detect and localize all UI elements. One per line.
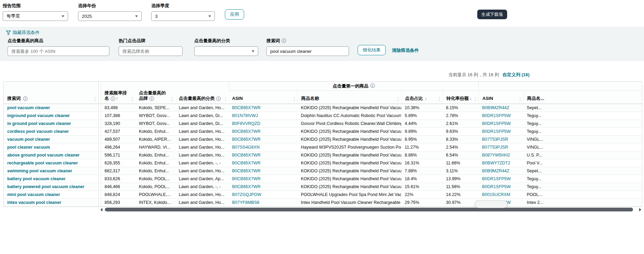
brand-search-input[interactable]	[119, 46, 183, 56]
search-term-link[interactable]: battery pool vacuum cleaner	[4, 175, 98, 183]
search-term-link[interactable]: rechargeable pool vacuum cleaner	[4, 159, 98, 167]
asin-2-link[interactable]: B0DR1SFP5W	[479, 183, 523, 190]
sort-icon[interactable]: ↓	[470, 96, 472, 101]
column-label: 转化率份额↓	[446, 96, 472, 101]
apply-button[interactable]: 应用	[225, 9, 244, 20]
column-header-rank[interactable]: 搜索频率排名↑ ⋮	[101, 82, 135, 104]
asin-2-link[interactable]: B0DR1SFP5W	[479, 120, 523, 127]
asin-link[interactable]: B0F8VVRQZD	[229, 120, 297, 127]
floating-scroll-handle[interactable]	[474, 200, 508, 208]
search-term-link[interactable]: vacuum pool cleaner	[4, 136, 98, 143]
column-menu-icon[interactable]: ⋮	[473, 96, 478, 101]
asin-2-link[interactable]: B0DR1SFP5W	[479, 128, 523, 135]
asin-2-link[interactable]: B07T53PJSR	[479, 143, 523, 151]
conversion-share-cell: 2.78%	[443, 112, 479, 119]
column-header-product-name-2[interactable]: 商品名...	[523, 91, 642, 104]
column-menu-icon[interactable]: ⋮	[93, 96, 98, 101]
info-icon[interactable]	[216, 96, 221, 101]
sort-icon[interactable]: ↓	[425, 96, 427, 101]
table-row: cordless pool vacuum cleaner 427,537 Kok…	[4, 128, 642, 136]
generate-download-button[interactable]: 生成下载项	[477, 10, 507, 19]
asin-2-link[interactable]: B07T53PJSR	[479, 136, 523, 143]
info-icon[interactable]	[111, 96, 115, 101]
search-term-link[interactable]: pool vacuum cleaner	[4, 104, 98, 112]
column-menu-icon[interactable]: ⋮	[223, 96, 228, 101]
column-header-click-share[interactable]: 点击占比 ↓ ⋮	[401, 91, 443, 104]
search-term-link[interactable]: battery powered pool vacuum cleaner	[4, 183, 98, 190]
customize-columns-link[interactable]: 自定义列 (16)	[502, 72, 530, 78]
asin-link[interactable]: B0CB65X7WR	[229, 183, 297, 190]
search-term-link[interactable]: mini pool vacuum cleaner	[4, 191, 98, 198]
search-term-link[interactable]: swimming pool vacuum cleaner	[4, 167, 98, 175]
info-icon[interactable]	[150, 96, 154, 101]
search-term-link[interactable]: above ground pool vacuum cleaner	[4, 151, 98, 159]
scroll-right-arrow-icon[interactable]	[639, 208, 641, 211]
conversion-share-cell: 8.33%	[443, 136, 479, 143]
asin-link[interactable]: B0CB65X7WR	[229, 128, 297, 135]
searchterm-input[interactable]	[266, 46, 349, 56]
column-menu-icon[interactable]: ⋮	[170, 96, 175, 101]
clear-filters-link[interactable]: 清除筛选条件	[392, 47, 419, 54]
product-name-cell: KOKIDO (2025) Rechargeable Handheld Pool…	[297, 175, 401, 183]
asin-link[interactable]: B0CB65X7WR	[229, 151, 297, 159]
asin-2-link[interactable]: B0DR1SFP5W	[479, 175, 523, 183]
column-header-conversion-share[interactable]: 转化率份额↓ ⋮	[443, 91, 479, 104]
product-name-cell: Hayward W3PVS20JST Poolvergnuegen Suctio…	[297, 143, 401, 151]
search-term-link[interactable]: in ground pool vacuum cleaner	[4, 120, 98, 127]
column-menu-icon[interactable]: ⋮	[518, 96, 523, 101]
asin-2-link[interactable]: B0DR1SFP5W	[479, 112, 523, 119]
column-menu-icon[interactable]: ⋮	[130, 96, 135, 101]
chevron-down-icon	[62, 15, 64, 17]
column-header-asin[interactable]: ASIN ⋮	[229, 91, 297, 104]
scroll-left-arrow-icon[interactable]	[100, 208, 102, 211]
hide-filters-toggle[interactable]: 隐藏筛选条件	[6, 30, 40, 36]
search-term-link[interactable]: intex vacuum pool cleaner	[4, 199, 98, 206]
year-value: 2025	[82, 14, 92, 19]
asin-link[interactable]: B0CB65X7WR	[229, 104, 297, 112]
refine-results-button[interactable]: 细化结果	[358, 45, 386, 55]
category-cell: Lawn and Garden, -, -	[175, 159, 229, 167]
asin-search-input[interactable]	[8, 46, 109, 56]
asin-2-link[interactable]: B0B9MZR44Z	[479, 104, 523, 112]
product-name-cell: KOKIDO (2025) Rechargeable Handheld Pool…	[297, 104, 401, 112]
info-icon[interactable]	[370, 83, 375, 88]
brands-cell: INTEX, Kokido...	[135, 199, 175, 206]
asin-2-link[interactable]: B0BWY7ZDT2	[479, 159, 523, 167]
asin-link[interactable]: B0CB65X7WR	[229, 159, 297, 167]
asin-link[interactable]: B0CB65X7WR	[229, 136, 297, 143]
category-select[interactable]	[194, 46, 258, 56]
table-header: 搜索词 ⋮ 搜索频率排名↑ ⋮ 点击量最高的品牌 ⋮ 点击量最高的分类	[4, 82, 642, 104]
asin-link[interactable]: B0CB65X7WR	[229, 175, 297, 183]
sort-ascending-icon[interactable]: ↑	[116, 96, 118, 101]
column-header-asin-2[interactable]: ASIN ⋮	[479, 91, 523, 104]
year-select[interactable]: 2025	[78, 11, 142, 21]
asin-link[interactable]: B07SS4G8XN	[229, 143, 297, 151]
asin-link[interactable]: B07YF8MBS8	[229, 199, 297, 206]
column-header-category[interactable]: 点击量最高的分类 ⋮	[175, 82, 229, 104]
scrollbar-thumb[interactable]	[105, 208, 633, 211]
column-menu-icon[interactable]: ⋮	[437, 96, 442, 101]
column-header-search-term[interactable]: 搜索词 ⋮	[4, 82, 98, 104]
search-term-link[interactable]: cordless pool vacuum cleaner	[4, 128, 98, 135]
asin-link[interactable]: B07ZGQJPDW	[229, 191, 297, 198]
info-icon[interactable]	[282, 38, 286, 43]
asin-2-link[interactable]: B0015UCRXM	[479, 191, 523, 198]
search-term-link[interactable]: pool cleaner vacuum	[4, 143, 98, 151]
column-header-product-name[interactable]: 商品名称 ⋮	[297, 91, 401, 104]
column-menu-icon[interactable]: ⋮	[396, 96, 401, 101]
group-header-top-product: 点击量第一的商品	[229, 82, 479, 91]
column-header-brands[interactable]: 点击量最高的品牌 ⋮	[135, 82, 175, 104]
column-menu-icon[interactable]: ⋮	[292, 96, 297, 101]
scrollbar-track[interactable]	[103, 208, 638, 211]
search-term-link[interactable]: inground pool vacuum cleaner	[4, 112, 98, 119]
product-name-cell: Intex Handheld Pool Vacuum Cleaner Recha…	[297, 199, 401, 206]
asin-2-link[interactable]: B0B9MZR44Z	[479, 167, 523, 175]
category-cell: Lawn and Garden, Di...	[175, 120, 229, 127]
report-scope-select[interactable]: 每季度	[3, 11, 68, 21]
quarter-select[interactable]: 3	[151, 11, 215, 21]
asin-2-link[interactable]: B087YW5HH2	[479, 151, 523, 159]
info-icon[interactable]	[23, 96, 28, 101]
horizontal-scrollbar[interactable]	[100, 207, 641, 212]
asin-link[interactable]: B0CB65X7WR	[229, 167, 297, 175]
asin-link[interactable]: B01N78IVWJ	[229, 112, 297, 119]
